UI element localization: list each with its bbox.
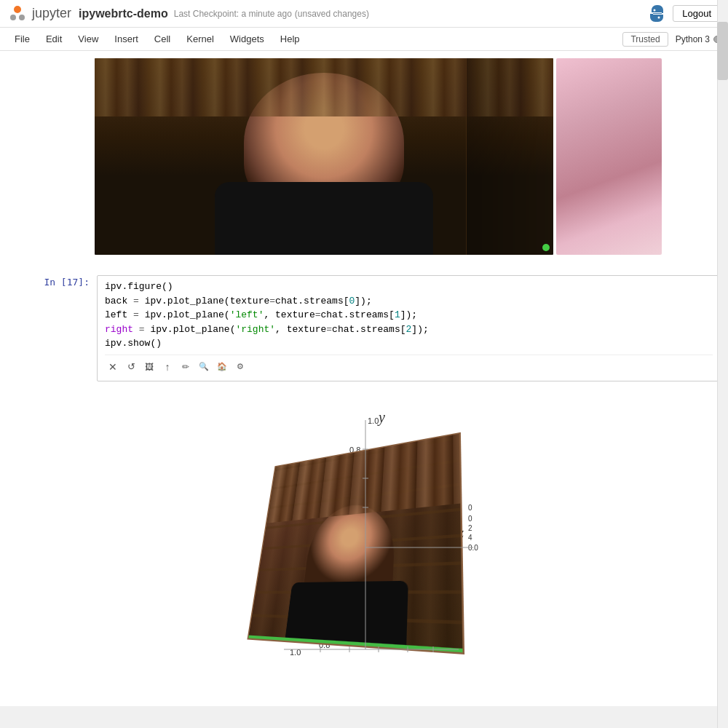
python-logo-icon: [646, 4, 667, 24]
cell-content[interactable]: ipv.figure() back = ipv.plot_plane(textu…: [97, 275, 721, 381]
z-tick-3: 2: [468, 524, 472, 532]
menu-cell[interactable]: Cell: [147, 31, 178, 47]
scrollbar[interactable]: [717, 0, 728, 728]
svg-point-1: [10, 15, 16, 20]
video-container: [95, 58, 677, 255]
z-tick-1: 0: [468, 504, 472, 512]
side-video-content: [556, 58, 662, 255]
side-video-placeholder: [556, 58, 662, 255]
svg-point-3: [654, 9, 656, 11]
toolbar-refresh-icon[interactable]: ↺: [123, 359, 139, 375]
menu-kernel[interactable]: Kernel: [179, 31, 221, 47]
video-placeholder: [95, 58, 553, 255]
checkpoint-info: Last Checkpoint: a minute ago: [174, 9, 292, 19]
side-video: [556, 58, 662, 255]
unsaved-changes: (unsaved changes): [295, 9, 369, 19]
logout-button[interactable]: Logout: [673, 5, 721, 22]
video-green-indicator: [542, 244, 550, 251]
notebook-title: ipywebrtc-demo: [79, 7, 168, 20]
menubar-right: Trusted Python 3: [622, 32, 721, 47]
video-right-area: [466, 58, 553, 255]
kernel-label: Python 3: [676, 34, 710, 44]
code-cell-wrapper: In [17]: ipv.figure() back = ipv.plot_pl…: [2, 272, 728, 385]
trusted-badge: Trusted: [622, 32, 668, 47]
menu-file[interactable]: File: [7, 31, 37, 47]
toolbar-crosshair-icon[interactable]: ✕: [105, 359, 121, 375]
toolbar-image-icon[interactable]: 🖼: [141, 359, 157, 375]
notebook: In [17]: ipv.figure() back = ipv.plot_pl…: [0, 51, 728, 706]
code-cell-section: In [17]: ipv.figure() back = ipv.plot_pl…: [0, 268, 728, 389]
main-video: [95, 58, 553, 255]
code-line-3: left = ipv.plot_plane('left', texture=ch…: [105, 308, 713, 323]
menu-edit[interactable]: Edit: [39, 31, 69, 47]
topbar: jupyter ipywebrtc-demo Last Checkpoint: …: [0, 0, 728, 28]
toolbar-settings-icon[interactable]: ⚙: [232, 359, 248, 375]
z-tick-4: 4: [468, 534, 472, 542]
kernel-info: Python 3: [676, 34, 721, 44]
menu-widgets[interactable]: Widgets: [223, 31, 272, 47]
jupyter-logo: jupyter: [7, 4, 71, 24]
viz-section: y 1.0 x z 0.8 0.6 0.4 1.0 0.8 0.6 0.4 0.…: [0, 395, 728, 700]
toolbar-home-icon[interactable]: 🏠: [214, 359, 230, 375]
viz-container: y 1.0 x z 0.8 0.6 0.4 1.0 0.8 0.6 0.4 0.…: [211, 402, 517, 678]
video-body: [215, 182, 433, 255]
code-area: ipv.figure() back = ipv.plot_plane(textu…: [105, 280, 713, 351]
x-tick-00: 1.0: [290, 648, 301, 657]
z-tick-00: 0.0: [468, 544, 478, 552]
toolbar-up-icon[interactable]: ↑: [159, 359, 175, 375]
svg-point-0: [14, 6, 21, 13]
menu-insert[interactable]: Insert: [107, 31, 146, 47]
cell-toolbar: ✕ ↺ 🖼 ↑ ✏ 🔍 🏠 ⚙: [105, 355, 713, 377]
video-section: [0, 51, 728, 262]
y-tick-10: 1.0: [368, 416, 379, 425]
y-axis-label: y: [379, 409, 385, 426]
menubar: File Edit View Insert Cell Kernel Widget…: [0, 28, 728, 51]
scrollbar-thumb[interactable]: [717, 22, 728, 80]
code-line-4: right = ipv.plot_plane('right', texture=…: [105, 323, 713, 337]
svg-point-4: [658, 16, 660, 18]
jupyter-label: jupyter: [32, 6, 71, 21]
svg-point-2: [19, 15, 25, 20]
menu-help[interactable]: Help: [273, 31, 307, 47]
topbar-right: Logout: [646, 4, 721, 24]
z-tick-2: 0: [468, 515, 472, 523]
code-line-2: back = ipv.plot_plane(texture=chat.strea…: [105, 294, 713, 309]
3d-plane: [247, 432, 464, 654]
toolbar-edit-icon[interactable]: ✏: [178, 359, 194, 375]
toolbar-zoom-icon[interactable]: 🔍: [196, 359, 212, 375]
cell-prompt: In [17]:: [2, 275, 97, 288]
menu-view[interactable]: View: [71, 31, 106, 47]
code-line-5: ipv.show(): [105, 336, 713, 351]
jupyter-icon: [7, 4, 28, 24]
code-line-1: ipv.figure(): [105, 280, 713, 294]
